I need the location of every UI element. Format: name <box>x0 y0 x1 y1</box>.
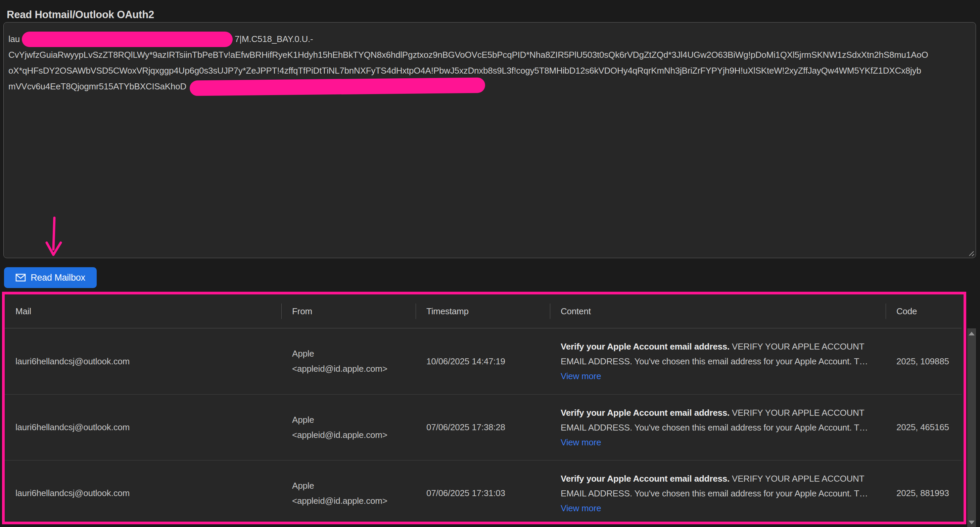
oauth-token-textarea[interactable]: lau 7|M.C518_BAY.0.U.- CvYjwfzGuiaRwyypL… <box>3 22 976 258</box>
token-line-3: oX*qHFsDY2OSAWbVSD5CWoxVRjqxggp4Up6g0s3s… <box>8 63 971 79</box>
token-line-4: mVVcv6u4EeT8Qjogmr515ATYbBXCISaKhoD <box>8 79 971 94</box>
from-cell: Apple <appleid@id.apple.com> <box>282 478 416 508</box>
token-line-2: CvYjwfzGuiaRwyypLvSzZT8RQlLWy*9azIRTsiin… <box>8 47 971 63</box>
content-cell: Verify your Apple Account email address.… <box>550 405 886 450</box>
scroll-down-icon[interactable] <box>969 521 975 524</box>
header-timestamp: Timestamp <box>416 294 550 328</box>
token-text: CvYjwfzGuiaRwyypLvSzZT8RQlLWy*9azIRTsiin… <box>8 47 928 63</box>
mail-cell: lauri6hellandcsj@outlook.com <box>5 422 282 433</box>
scroll-up-icon[interactable] <box>969 332 975 335</box>
token-text: lau <box>8 31 20 47</box>
timestamp-cell: 07/06/2025 17:38:28 <box>416 422 550 433</box>
results-table-frame: Mail From Timestamp Content Code lauri6h… <box>2 292 966 524</box>
token-text: oX*qHFsDY2OSAWbVSD5CWoxVRjqxggp4Up6g0s3s… <box>8 63 921 79</box>
resize-handle-icon[interactable] <box>968 250 975 257</box>
mail-cell: lauri6hellandcsj@outlook.com <box>5 488 282 498</box>
page-title: Read Hotmail/Outlook OAuth2 <box>7 9 154 21</box>
table-row: lauri6hellandcsj@outlook.com Apple <appl… <box>5 328 961 394</box>
code-cell: 2025, 881993 <box>886 488 961 498</box>
token-text: mVVcv6u4EeT8Qjogmr515ATYbBXCISaKhoD <box>8 79 186 94</box>
from-cell: Apple <appleid@id.apple.com> <box>282 346 416 377</box>
code-cell: 2025, 109885 <box>886 356 961 367</box>
token-line-1: lau 7|M.C518_BAY.0.U.- <box>8 31 971 47</box>
view-more-link[interactable]: View more <box>561 437 601 447</box>
content-cell: Verify your Apple Account email address.… <box>550 471 886 516</box>
table-header-row: Mail From Timestamp Content Code <box>5 294 961 328</box>
header-mail: Mail <box>5 294 282 328</box>
token-text: 7|M.C518_BAY.0.U.- <box>235 31 313 47</box>
mail-results-table: Mail From Timestamp Content Code lauri6h… <box>5 294 961 524</box>
header-content: Content <box>550 294 886 328</box>
header-code: Code <box>886 294 961 328</box>
view-more-link[interactable]: View more <box>561 503 601 513</box>
table-row: lauri6hellandcsj@outlook.com Apple <appl… <box>5 460 961 524</box>
timestamp-cell: 10/06/2025 14:47:19 <box>416 356 550 367</box>
redaction-bar <box>22 32 233 47</box>
read-mailbox-button[interactable]: Read Mailbox <box>4 267 97 288</box>
read-mailbox-label: Read Mailbox <box>30 273 85 283</box>
code-cell: 2025, 465165 <box>886 422 961 433</box>
timestamp-cell: 07/06/2025 17:31:03 <box>416 488 550 498</box>
table-row: lauri6hellandcsj@outlook.com Apple <appl… <box>5 394 961 460</box>
view-more-link[interactable]: View more <box>561 371 601 381</box>
from-cell: Apple <appleid@id.apple.com> <box>282 412 416 442</box>
mail-icon <box>16 273 26 282</box>
table-scrollbar[interactable] <box>967 328 976 527</box>
redaction-bar <box>190 77 485 96</box>
header-from: From <box>282 294 416 328</box>
mail-cell: lauri6hellandcsj@outlook.com <box>5 356 282 367</box>
content-cell: Verify your Apple Account email address.… <box>550 339 886 383</box>
